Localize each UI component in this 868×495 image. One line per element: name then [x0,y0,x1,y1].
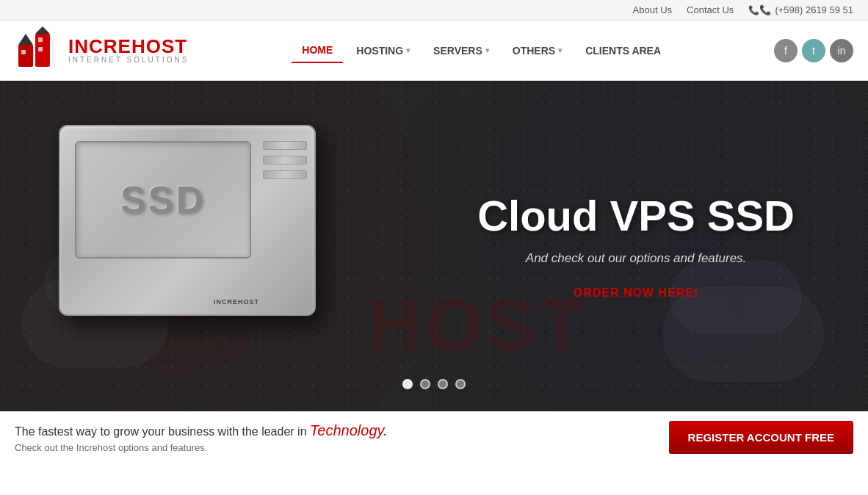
ssd-connector-1 [263,141,307,150]
ssd-brand-label: INCREHOST [214,298,259,306]
bottom-heading-accent: Technology. [310,422,388,438]
register-button[interactable]: Register account FREE [669,421,853,454]
logo-accent: HOST [131,35,187,57]
ssd-connector-3 [263,170,307,179]
phone-icon: 📞 [748,4,771,15]
nav-servers[interactable]: SERVERS ▾ [423,39,499,62]
hero-content: Cloud VPS SSD And check out our options … [477,192,795,300]
slide-dot-1[interactable] [402,379,413,389]
ssd-screen: SSD [75,141,251,259]
phone-info: 📞 (+598) 2619 59 51 [748,4,853,15]
slide-dot-4[interactable] [455,379,466,389]
about-link[interactable]: About Us [633,4,672,15]
twitter-icon[interactable]: t [802,39,825,62]
linkedin-icon[interactable]: in [830,39,853,62]
bottom-heading-plain: The fastest way to grow your business wi… [15,425,307,438]
logo-subtitle: INTERNET SOLUTIONS [68,56,189,64]
logo-name: INCREHOST [68,37,189,56]
bottom-bar: The fastest way to grow your business wi… [0,411,868,463]
contact-link[interactable]: Contact Us [687,4,734,15]
nav-home[interactable]: HOME [292,38,343,63]
bottom-subtext: Check out the Increhost options and feat… [15,442,388,453]
ssd-body: SSD INCREHOST [59,125,316,316]
main-nav: HOME HOSTING ▾ SERVERS ▾ OTHERS ▾ CLIENT… [292,38,671,63]
hero-cta-button[interactable]: ORDER NOW HERE! [574,286,699,300]
nav-hosting[interactable]: HOSTING ▾ [346,39,420,62]
svg-rect-6 [38,37,43,42]
hero-title: Cloud VPS SSD [477,192,795,239]
svg-rect-7 [38,47,43,51]
logo-icon [15,26,62,74]
nav-clients-area[interactable]: CLIENTS AREA [575,39,671,62]
hero-section: HOST SSD INCREHOST Cloud VPS SSD And che… [0,81,868,411]
chevron-down-icon: ▾ [558,46,562,54]
slide-dot-3[interactable] [438,379,448,389]
header: INCREHOST INTERNET SOLUTIONS HOME HOSTIN… [0,21,868,81]
chevron-down-icon: ▾ [485,46,489,54]
nav-others[interactable]: OTHERS ▾ [502,39,572,62]
ssd-right-panel [263,141,307,300]
svg-rect-2 [18,45,33,67]
ssd-drive-image: SSD INCREHOST [59,125,338,375]
bottom-heading: The fastest way to grow your business wi… [15,422,388,439]
svg-rect-5 [21,50,26,54]
chevron-down-icon: ▾ [406,46,410,54]
top-bar: About Us Contact Us 📞 (+598) 2619 59 51 [0,0,868,21]
svg-marker-4 [35,26,50,34]
phone-number: (+598) 2619 59 51 [775,4,853,15]
svg-marker-3 [18,34,33,45]
ssd-label: SSD [120,178,206,222]
logo-text: INCREHOST INTERNET SOLUTIONS [68,37,189,64]
bottom-text-block: The fastest way to grow your business wi… [15,422,388,453]
logo[interactable]: INCREHOST INTERNET SOLUTIONS [15,26,189,74]
logo-plain: INCRE [68,35,131,57]
slider-dots [402,379,466,389]
ssd-connector-2 [263,156,307,165]
facebook-icon[interactable]: f [774,39,798,62]
hero-subtitle: And check out our options and features. [477,251,795,266]
slide-dot-2[interactable] [420,379,430,389]
social-icons: f t in [774,39,853,62]
